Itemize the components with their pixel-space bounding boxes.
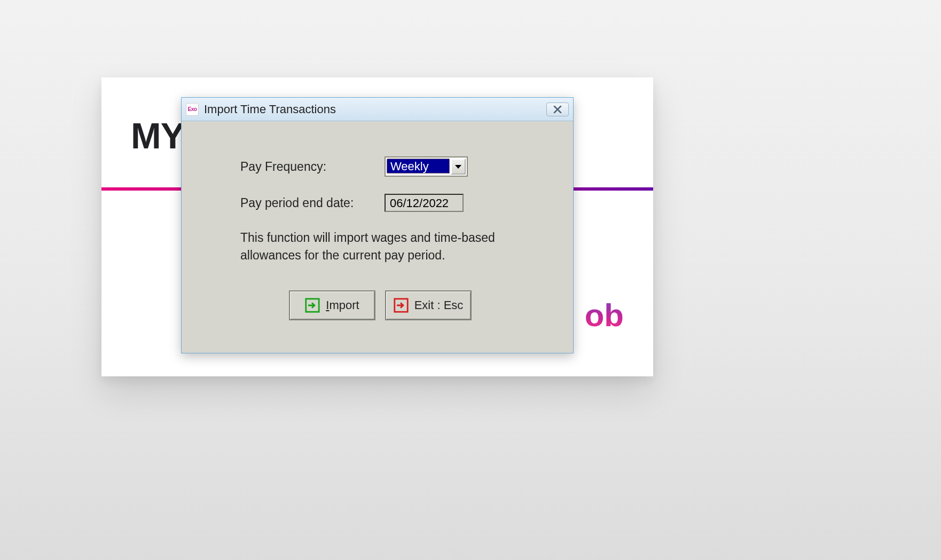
dialog-button-row: Import Exit : Esc — [240, 290, 520, 320]
exit-button[interactable]: Exit : Esc — [385, 290, 472, 320]
pay-frequency-combo[interactable]: Weekly — [385, 156, 468, 177]
import-button[interactable]: Import — [289, 290, 375, 320]
exit-button-label: Exit : Esc — [414, 298, 464, 312]
pay-frequency-dropdown-button[interactable] — [451, 159, 466, 175]
import-time-transactions-dialog: Exo Import Time Transactions Pay Frequen… — [181, 97, 574, 353]
dialog-body: Pay Frequency: Weekly Pay period end dat… — [182, 121, 573, 336]
app-icon: Exo — [186, 103, 199, 116]
pay-period-row: Pay period end date: 06/12/2022 — [240, 194, 520, 212]
background-title-fragment: MY — [131, 115, 184, 156]
exit-icon — [393, 297, 409, 313]
import-icon — [304, 297, 320, 313]
pay-period-label: Pay period end date: — [240, 196, 385, 210]
pay-frequency-row: Pay Frequency: Weekly — [240, 156, 520, 177]
import-button-label: Import — [326, 298, 359, 312]
dialog-title: Import Time Transactions — [204, 102, 336, 116]
close-button[interactable] — [546, 102, 569, 116]
chevron-down-icon — [455, 165, 461, 169]
dialog-titlebar[interactable]: Exo Import Time Transactions — [182, 98, 573, 121]
pay-frequency-value: Weekly — [387, 159, 450, 173]
dialog-description: This function will import wages and time… — [240, 229, 520, 265]
background-logo-fragment: ob — [585, 297, 624, 334]
pay-frequency-label: Pay Frequency: — [240, 160, 385, 174]
close-icon — [553, 106, 562, 113]
pay-period-end-date-field[interactable]: 06/12/2022 — [385, 194, 464, 212]
